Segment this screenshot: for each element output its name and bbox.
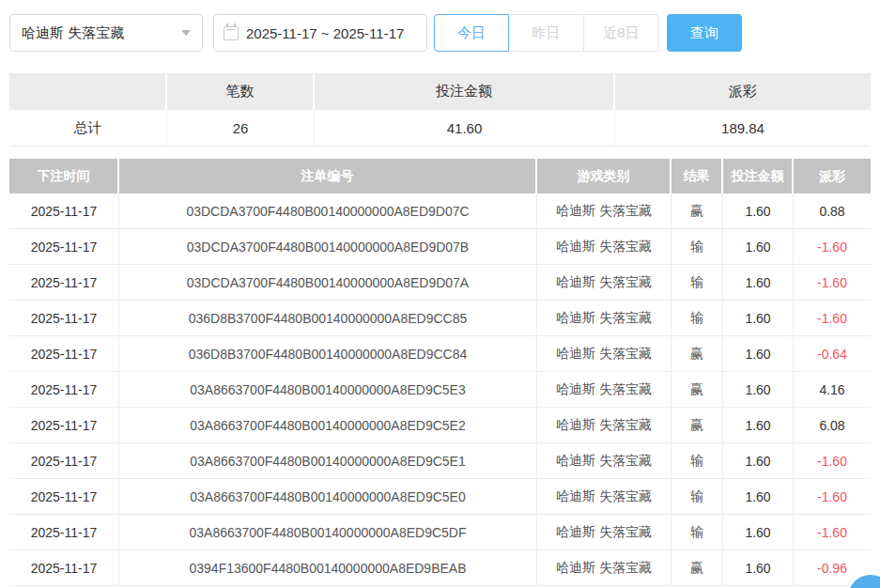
record-payout: -0.64	[794, 336, 871, 371]
record-order-id: 036D8B3700F4480B00140000000A8ED9CC84	[119, 336, 537, 371]
record-order-id: 03A8663700F4480B00140000000A8ED9C5E0	[119, 479, 537, 514]
chevron-down-icon	[181, 30, 191, 36]
table-row: 2025-11-1703DCDA3700F4480B00140000000A8E…	[9, 229, 871, 265]
record-order-id: 03A8663700F4480B00140000000A8ED9C5E3	[119, 372, 537, 407]
record-result: 赢	[672, 408, 723, 442]
record-payout: 0.88	[794, 193, 871, 228]
summary-header-count: 笔数	[167, 73, 315, 110]
record-bet-amount: 1.60	[723, 408, 794, 442]
record-game: 哈迪斯 失落宝藏	[537, 229, 672, 264]
record-order-id: 03DCDA3700F4480B00140000000A8ED9D07A	[119, 265, 537, 300]
table-row: 2025-11-1703A8663700F4480B00140000000A8E…	[9, 479, 871, 515]
record-payout: 6.08	[794, 408, 871, 442]
summary-total-payout: 189.84	[615, 110, 871, 146]
calendar-icon	[224, 26, 239, 40]
record-time: 2025-11-17	[9, 515, 119, 549]
record-time: 2025-11-17	[9, 301, 119, 335]
record-time: 2025-11-17	[9, 408, 119, 442]
record-time: 2025-11-17	[9, 193, 119, 228]
quick-range-group: 今日昨日近8日	[434, 14, 659, 52]
summary-total-row: 总计 26 41.60 189.84	[9, 110, 871, 147]
record-time: 2025-11-17	[9, 372, 119, 407]
record-game: 哈迪斯 失落宝藏	[537, 408, 672, 442]
record-result: 输	[672, 443, 723, 478]
record-bet-amount: 1.60	[723, 336, 794, 371]
records-header-bet: 投注金额	[723, 159, 794, 193]
record-payout: -1.60	[794, 479, 871, 514]
record-time: 2025-11-17	[9, 229, 119, 264]
record-result: 输	[672, 265, 723, 300]
record-payout: -1.60	[794, 301, 871, 335]
record-bet-amount: 1.60	[723, 372, 794, 407]
records-header-order-id: 注单编号	[119, 159, 537, 193]
quick-range-button-2[interactable]: 近8日	[584, 14, 659, 52]
records-header-row: 下注时间 注单编号 游戏类别 结果 投注金额 派彩	[9, 159, 871, 193]
records-header-result: 结果	[672, 159, 723, 193]
record-bet-amount: 1.60	[723, 301, 794, 335]
record-result: 赢	[672, 550, 723, 585]
record-game: 哈迪斯 失落宝藏	[537, 443, 672, 478]
records-table: 下注时间 注单编号 游戏类别 结果 投注金额 派彩 2025-11-1703DC…	[9, 159, 871, 586]
table-row: 2025-11-170394F13600F4480B00140000000A8E…	[9, 550, 871, 586]
table-row: 2025-11-1703DCDA3700F4480B00140000000A8E…	[9, 193, 871, 229]
record-bet-amount: 1.60	[723, 265, 794, 300]
record-bet-amount: 1.60	[723, 550, 794, 585]
summary-total-bet-amount: 41.60	[315, 110, 615, 146]
record-time: 2025-11-17	[9, 479, 119, 514]
quick-range-button-1[interactable]: 昨日	[509, 14, 584, 52]
record-result: 赢	[672, 336, 723, 371]
summary-total-count: 26	[167, 110, 315, 146]
record-bet-amount: 1.60	[723, 193, 794, 228]
record-payout: -1.60	[794, 515, 871, 549]
records-header-game: 游戏类别	[537, 159, 672, 193]
summary-header-row: 笔数 投注金额 派彩	[9, 73, 871, 110]
record-bet-amount: 1.60	[723, 229, 794, 264]
record-game: 哈迪斯 失落宝藏	[537, 550, 672, 585]
table-row: 2025-11-1703A8663700F4480B00140000000A8E…	[9, 372, 871, 408]
record-game: 哈迪斯 失落宝藏	[537, 301, 672, 335]
record-order-id: 036D8B3700F4480B00140000000A8ED9CC85	[119, 301, 537, 335]
record-bet-amount: 1.60	[723, 515, 794, 549]
date-range-value: 2025-11-17 ~ 2025-11-17	[246, 25, 404, 41]
record-game: 哈迪斯 失落宝藏	[537, 336, 672, 371]
record-time: 2025-11-17	[9, 265, 119, 300]
table-row: 2025-11-17036D8B3700F4480B00140000000A8E…	[9, 336, 871, 372]
record-game: 哈迪斯 失落宝藏	[537, 265, 672, 300]
date-range-picker[interactable]: 2025-11-17 ~ 2025-11-17	[213, 14, 427, 52]
record-result: 赢	[672, 372, 723, 407]
record-order-id: 03DCDA3700F4480B00140000000A8ED9D07B	[119, 229, 537, 264]
record-payout: -1.60	[794, 443, 871, 478]
query-button[interactable]: 查询	[667, 14, 742, 52]
record-order-id: 03A8663700F4480B00140000000A8ED9C5E1	[119, 443, 537, 478]
table-row: 2025-11-1703DCDA3700F4480B00140000000A8E…	[9, 265, 871, 301]
records-body: 2025-11-1703DCDA3700F4480B00140000000A8E…	[9, 193, 871, 586]
record-order-id: 0394F13600F4480B00140000000A8ED9BEAB	[119, 550, 537, 585]
record-result: 输	[672, 479, 723, 514]
record-time: 2025-11-17	[9, 336, 119, 371]
summary-header-empty	[9, 73, 167, 110]
summary-header-bet-amount: 投注金额	[315, 73, 615, 110]
record-order-id: 03A8663700F4480B00140000000A8ED9C5E2	[119, 408, 537, 442]
record-time: 2025-11-17	[9, 443, 119, 478]
record-game: 哈迪斯 失落宝藏	[537, 372, 672, 407]
summary-total-label: 总计	[9, 110, 167, 146]
records-header-time: 下注时间	[9, 159, 119, 193]
quick-range-button-0[interactable]: 今日	[434, 14, 509, 52]
table-row: 2025-11-17036D8B3700F4480B00140000000A8E…	[9, 301, 871, 336]
summary-table: 笔数 投注金额 派彩 总计 26 41.60 189.84	[9, 73, 871, 147]
record-payout: 4.16	[794, 372, 871, 407]
records-header-payout: 派彩	[794, 159, 871, 193]
game-select[interactable]: 哈迪斯 失落宝藏	[9, 14, 203, 52]
game-select-value: 哈迪斯 失落宝藏	[22, 24, 124, 42]
record-game: 哈迪斯 失落宝藏	[537, 515, 672, 549]
record-order-id: 03A8663700F4480B00140000000A8ED9C5DF	[119, 515, 537, 549]
record-result: 赢	[672, 193, 723, 228]
table-row: 2025-11-1703A8663700F4480B00140000000A8E…	[9, 443, 871, 479]
record-result: 输	[672, 515, 723, 549]
record-result: 输	[672, 229, 723, 264]
table-row: 2025-11-1703A8663700F4480B00140000000A8E…	[9, 515, 871, 550]
record-result: 输	[672, 301, 723, 335]
record-game: 哈迪斯 失落宝藏	[537, 193, 672, 228]
record-payout: -1.60	[794, 229, 871, 264]
summary-header-payout: 派彩	[615, 73, 871, 110]
